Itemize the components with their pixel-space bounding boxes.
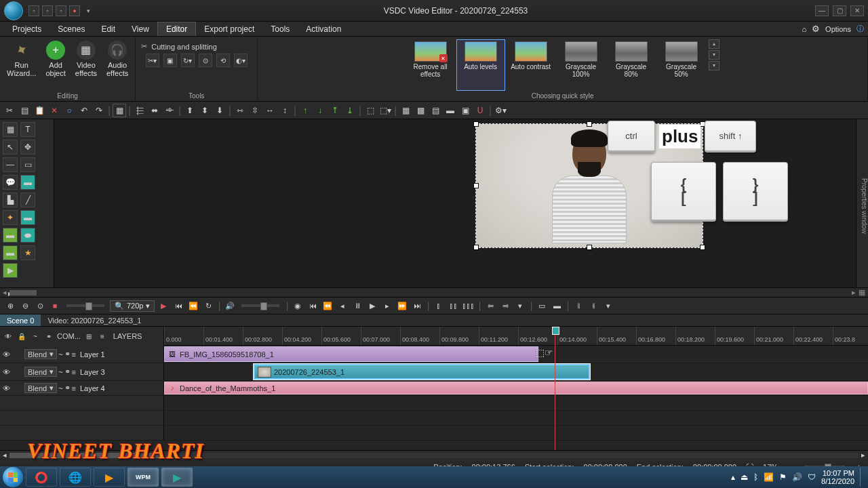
track3-link-icon[interactable]: ⚭ — [64, 384, 71, 392]
hscroll-end-icon[interactable]: ▦ — [859, 288, 865, 297]
show-desktop-button[interactable] — [860, 468, 865, 487]
tl-stepback-icon[interactable]: ◂ — [336, 300, 349, 312]
zoom-out-icon[interactable]: ⊖ — [19, 300, 31, 312]
shape1-palette-icon[interactable]: ▬ — [20, 175, 35, 190]
pointer-palette-icon[interactable]: ↖ — [3, 140, 18, 155]
copy-icon[interactable]: ▤ — [18, 104, 31, 117]
zoom-in-icon[interactable]: ⊕ — [4, 300, 16, 312]
styles-scroll-up[interactable]: ▴ — [709, 39, 719, 49]
resize-handle-br[interactable] — [700, 245, 705, 250]
fit-width-icon[interactable]: ↔ — [263, 104, 277, 117]
settings-icon[interactable]: ⚙▾ — [494, 104, 507, 117]
menu-export[interactable]: Export project — [196, 22, 262, 36]
tray-clock[interactable]: 10:07 PM 8/12/2020 — [821, 469, 854, 485]
home-icon[interactable]: ⌂ — [802, 25, 806, 33]
marker-icon[interactable]: ▬ — [443, 104, 457, 117]
run-wizard-button[interactable]: ✦ Run Wizard... — [5, 39, 37, 79]
header-snap-icon[interactable]: ⊞ — [83, 331, 94, 342]
video-tab[interactable]: Video: 20200726_224553_1 — [41, 314, 148, 326]
track3-wave-icon[interactable]: ~ — [58, 384, 62, 392]
styles-scroll-down[interactable]: ▾ — [709, 50, 719, 60]
app-orb-icon[interactable] — [4, 1, 23, 20]
close-button[interactable]: ✕ — [850, 5, 864, 16]
prev-frame-icon[interactable]: ⏪ — [187, 300, 199, 312]
tl-marker-icon[interactable]: ◉ — [292, 300, 304, 312]
ungroup-icon[interactable]: ⬚▾ — [378, 104, 392, 117]
qa-new-icon[interactable]: ▫ — [28, 5, 39, 16]
record-icon[interactable]: ■ — [49, 300, 61, 312]
scene-tab[interactable]: Scene 0 — [0, 314, 41, 326]
text-palette-icon[interactable]: T — [20, 122, 35, 137]
add-object-button[interactable]: + Add object — [44, 39, 66, 79]
tl-stepfwd-icon[interactable]: ▸ — [381, 300, 393, 312]
zoom-slider[interactable] — [66, 304, 104, 307]
tray-flag-icon[interactable]: ⚑ — [779, 472, 787, 482]
resize-handle-tm[interactable] — [587, 121, 592, 127]
track2-list-icon[interactable]: ≡ — [72, 368, 76, 376]
clip-audio[interactable]: ♪ Dance_of_the_Mammoths_1 — [164, 382, 868, 394]
track2-blend-dropdown[interactable]: Blend▾ — [24, 367, 57, 377]
track1-eye-icon[interactable]: 👁 — [3, 350, 12, 359]
track2-link-icon[interactable]: ⚭ — [64, 367, 71, 376]
track3-eye-icon[interactable]: 👁 — [3, 384, 12, 392]
menu-projects[interactable]: Projects — [4, 22, 50, 36]
style-grayscale-50[interactable]: Grayscale 50% — [657, 39, 706, 91]
resize-handle-ml[interactable] — [473, 183, 479, 188]
qa-save-icon[interactable]: ▫ — [56, 5, 66, 16]
tl-first-icon[interactable]: ⏮ — [307, 300, 319, 312]
resize-handle-tl[interactable] — [473, 121, 479, 127]
cutting-splitting-button[interactable]: Cutting and splitting — [151, 43, 217, 51]
grid-icon[interactable]: ▦ — [399, 104, 412, 117]
circle-icon[interactable]: ○ — [62, 104, 76, 117]
zoom-fit-icon[interactable]: ⊙ — [34, 300, 46, 312]
maximize-button[interactable]: ▢ — [833, 5, 846, 16]
pen-palette-icon[interactable]: ╱ — [20, 192, 35, 207]
taskbar-opera[interactable]: ⭕ — [26, 468, 57, 487]
rect-palette-icon[interactable]: ▭ — [20, 157, 35, 172]
tl-wave2-icon[interactable]: ⫵ — [587, 300, 599, 312]
menu-editor[interactable]: Editor — [157, 22, 196, 36]
cut-tool-icon[interactable]: ✂▾ — [146, 54, 159, 67]
video-effects-button[interactable]: ▦ Video effects — [74, 39, 98, 79]
align-right-icon[interactable]: ⬲ — [163, 104, 176, 117]
tl-split1-icon[interactable]: ⫿ — [433, 300, 445, 312]
track2-wave-icon[interactable]: ~ — [58, 368, 62, 376]
select-tool-icon[interactable]: ▦ — [113, 104, 126, 117]
fit-height-icon[interactable]: ↕ — [278, 104, 292, 117]
distribute-v-icon[interactable]: ⇳ — [248, 104, 262, 117]
safe-zone-icon[interactable]: ▣ — [458, 104, 472, 117]
ellipse-palette-icon[interactable]: ⬬ — [20, 228, 35, 243]
qa-dropdown-icon[interactable]: ▾ — [83, 5, 94, 16]
menu-edit[interactable]: Edit — [93, 22, 123, 36]
tl-split2-icon[interactable]: ⫿⫿ — [448, 300, 460, 312]
tl-prev-icon[interactable]: ⏪ — [321, 300, 334, 312]
resize-handle-bl[interactable] — [473, 245, 479, 250]
tl-scroll-left[interactable]: ◂ — [3, 451, 7, 460]
grid-palette-icon[interactable]: ▦ — [3, 122, 18, 137]
style-grayscale-80[interactable]: Grayscale 80% — [607, 39, 656, 91]
rotate-tool-icon[interactable]: ↻▾ — [181, 54, 195, 67]
play-palette-icon[interactable]: ▶ — [3, 263, 18, 278]
anim-palette-icon[interactable]: ✦ — [3, 210, 18, 225]
menu-activation[interactable]: Activation — [298, 22, 349, 36]
playhead[interactable] — [555, 327, 555, 450]
style-grayscale-100[interactable]: Grayscale 100% — [557, 39, 606, 91]
track2-eye-icon[interactable]: 👁 — [3, 368, 12, 376]
color-tool-icon[interactable]: ◐▾ — [234, 54, 248, 67]
header-lock-icon[interactable]: 🔒 — [16, 331, 27, 342]
tray-up-icon[interactable]: ▴ — [731, 472, 735, 482]
grid3-icon[interactable]: ▤ — [429, 104, 442, 117]
menu-scenes[interactable]: Scenes — [50, 22, 93, 36]
tl-wavemore-icon[interactable]: ▾ — [602, 300, 614, 312]
minimize-button[interactable]: — — [815, 5, 829, 16]
start-button[interactable] — [3, 467, 23, 487]
up-green-icon[interactable]: ↑ — [298, 104, 312, 117]
reverse-tool-icon[interactable]: ⟲ — [216, 54, 230, 67]
shape4-palette-icon[interactable]: ▬ — [3, 245, 18, 260]
tl-more-icon[interactable]: ▾ — [514, 300, 526, 312]
header-link-icon[interactable]: ⚭ — [43, 331, 54, 342]
tl-crop-icon[interactable]: ▭ — [536, 300, 548, 312]
tl-last-icon[interactable]: ⏭ — [411, 300, 423, 312]
crop-tool-icon[interactable]: ▣ — [163, 54, 177, 67]
star-palette-icon[interactable]: ★ — [20, 245, 35, 260]
